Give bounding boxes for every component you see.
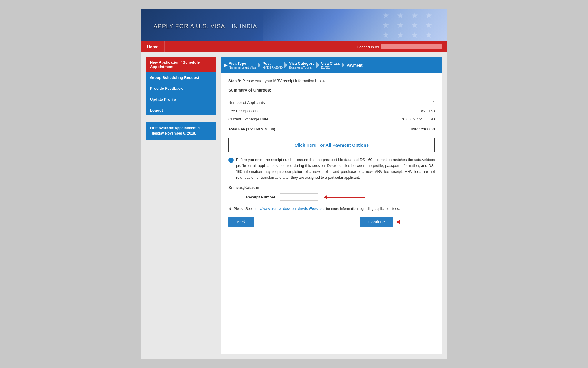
- summary-table: Number of Applicants 1 Fee Per Applicant…: [228, 99, 435, 133]
- step-arrow-1: [258, 62, 261, 68]
- summary-divider: [228, 95, 435, 95]
- continue-arrow-line: [400, 222, 435, 222]
- content-area: ▶ Visa Type Nonimmigrant Visa Post HYDER…: [221, 57, 442, 354]
- fees-info: 🖨 Please See http://www.ustraveldocs.com…: [228, 207, 435, 211]
- notice-text: Before you enter the receipt number ensu…: [236, 157, 435, 180]
- step-post-title: Post: [263, 61, 283, 66]
- receipt-label: Receipt Number:: [246, 195, 277, 199]
- step-visa-class-sub: B1/B2: [321, 66, 340, 69]
- step-visa-category-sub: Business/Tourism: [289, 66, 314, 69]
- fee-value: USD 160: [419, 109, 435, 113]
- steps-bar: ▶ Visa Type Nonimmigrant Visa Post HYDER…: [221, 57, 442, 73]
- button-row: Back Continue: [228, 217, 435, 227]
- step-instruction: Step 8: Please enter your MRV receipt in…: [228, 79, 435, 83]
- step-arrow-2: [284, 62, 287, 68]
- sidebar-item-logout[interactable]: Logout: [146, 105, 216, 115]
- step-post-sub: HYDERABAD: [263, 66, 283, 69]
- print-icon: 🖨: [228, 207, 232, 211]
- step-visa-category-title: Visa Category: [289, 61, 314, 66]
- receipt-number-input[interactable]: [280, 193, 318, 201]
- header-banner: APPLY FOR A U.S. VISA in India ★ ★ ★ ★ ★…: [141, 9, 447, 41]
- receipt-arrow-indicator: [324, 195, 365, 199]
- applicant-name: Srinivas,Katakam: [228, 185, 435, 190]
- sidebar-item-update-profile[interactable]: Update Profile: [146, 94, 216, 105]
- step-post: Post HYDERABAD: [263, 61, 283, 69]
- step-arrow-3: [316, 62, 319, 68]
- home-nav-item[interactable]: Home: [141, 41, 165, 52]
- payment-link[interactable]: Click Here For All Payment Options: [295, 142, 369, 147]
- summary-row-applicants: Number of Applicants 1: [228, 99, 435, 107]
- receipt-arrow-head: [324, 195, 327, 199]
- exchange-value: 76.00 INR to 1 USD: [401, 117, 435, 121]
- summary-row-total: Total Fee (1 x 160 x 76.00) INR 12160.00: [228, 125, 435, 133]
- step-icon-visa-type: ▶: [224, 63, 228, 67]
- page-wrapper: APPLY FOR A U.S. VISA in India ★ ★ ★ ★ ★…: [141, 9, 447, 359]
- form-body: Step 8: Please enter your MRV receipt in…: [221, 73, 442, 233]
- logged-in-label: Logged in as: [357, 45, 379, 49]
- fees-link[interactable]: http://www.ustraveldocs.com/in/VisaFees.…: [253, 207, 324, 211]
- step-visa-class-title: Visa Class: [321, 61, 340, 66]
- fees-note: Please See: [234, 207, 252, 211]
- step-visa-type-title: Visa Type: [229, 61, 256, 66]
- nav-bar: Home Logged in as ■■■■■■■■■■■■■■■: [141, 41, 447, 52]
- summary-row-fee: Fee Per Applicant USD 160: [228, 107, 435, 115]
- step-payment-title: Payment: [346, 63, 362, 67]
- step-visa-type: ▶ Visa Type Nonimmigrant Visa: [224, 61, 256, 69]
- back-button[interactable]: Back: [228, 217, 254, 227]
- sidebar-appointment-info: First Available Appointment Is Tuesday N…: [146, 122, 216, 140]
- main-content: New Application / Schedule Appointment G…: [141, 52, 447, 359]
- summary-title: Summary of Charges:: [228, 88, 435, 92]
- receipt-arrow-line: [327, 197, 365, 198]
- fee-label: Fee Per Applicant: [228, 109, 259, 113]
- applicants-value: 1: [433, 100, 435, 105]
- flag-decoration: ★ ★ ★ ★ ★ ★ ★ ★ ★ ★ ★ ★: [382, 9, 441, 41]
- total-label: Total Fee (1 x 160 x 76.00): [228, 127, 275, 131]
- payment-link-box[interactable]: Click Here For All Payment Options: [228, 138, 435, 152]
- step-visa-category: Visa Category Business/Tourism: [289, 61, 314, 69]
- sidebar-item-group-scheduling[interactable]: Group Scheduling Request: [146, 72, 216, 83]
- info-icon: i: [228, 158, 234, 163]
- header-title: APPLY FOR A U.S. VISA in India: [150, 20, 257, 31]
- step-arrow-4: [342, 62, 345, 68]
- step-visa-type-sub: Nonimmigrant Visa: [229, 66, 256, 69]
- step-visa-class: Visa Class B1/B2: [321, 61, 340, 69]
- fees-suffix: for more information regarding applicati…: [326, 207, 400, 211]
- user-name-redacted: ■■■■■■■■■■■■■■■: [381, 44, 442, 49]
- logged-in-status: Logged in as ■■■■■■■■■■■■■■■: [357, 44, 447, 49]
- sidebar-item-new-application[interactable]: New Application / Schedule Appointment: [146, 57, 216, 72]
- info-notice: i Before you enter the receipt number en…: [228, 157, 435, 180]
- sidebar: New Application / Schedule Appointment G…: [146, 57, 216, 354]
- applicants-label: Number of Applicants: [228, 100, 265, 105]
- site-title: APPLY FOR A U.S. VISA: [153, 23, 225, 29]
- total-value: INR 12160.00: [411, 127, 435, 131]
- exchange-label: Current Exchange Rate: [228, 117, 268, 121]
- site-subtitle: in India: [232, 23, 257, 29]
- summary-row-exchange: Current Exchange Rate 76.00 INR to 1 USD: [228, 115, 435, 123]
- sidebar-item-provide-feedback[interactable]: Provide Feedback: [146, 83, 216, 94]
- step-payment: Payment: [346, 63, 362, 67]
- continue-arrow: [396, 220, 435, 224]
- continue-arrow-head: [396, 220, 400, 224]
- receipt-row: Receipt Number:: [228, 193, 435, 201]
- continue-wrapper: Continue: [360, 217, 435, 227]
- continue-button[interactable]: Continue: [360, 217, 393, 227]
